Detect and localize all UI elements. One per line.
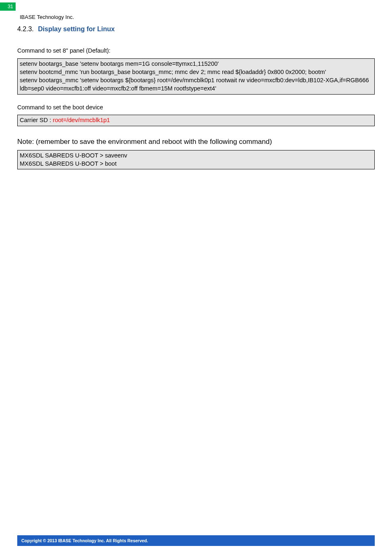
code-prefix: Carrier SD : bbox=[20, 117, 53, 123]
code-line: MX6SDL SABREDS U-BOOT > saveenv bbox=[20, 151, 372, 160]
code-line: setenv bootargs_mmc 'setenv bootargs ${b… bbox=[20, 76, 372, 93]
code-red: root=/dev/mmcblk1p1 bbox=[53, 117, 110, 123]
page-number: 31 bbox=[8, 4, 13, 9]
note-heading: Note: (remember to save the environment … bbox=[17, 138, 375, 146]
code-line: setenv bootargs_base 'setenv bootargs me… bbox=[20, 60, 372, 68]
codebox-save-boot: MX6SDL SABREDS U-BOOT > saveenv MX6SDL S… bbox=[17, 150, 375, 170]
section-title: Display setting for Linux bbox=[38, 25, 115, 32]
paragraph-panel-default: Command to set 8" panel (Default): bbox=[17, 47, 375, 55]
code-line: setenv bootcmd_mmc 'run bootargs_base bo… bbox=[20, 68, 372, 76]
codebox-boot-device: Carrier SD : root=/dev/mmcblk1p1 bbox=[17, 115, 375, 126]
header-company: IBASE Technology Inc. bbox=[20, 14, 74, 20]
section-number: 4.2.3. bbox=[17, 25, 34, 32]
code-line: MX6SDL SABREDS U-BOOT > boot bbox=[20, 160, 372, 168]
page-number-tab: 31 bbox=[0, 2, 16, 11]
section-heading: 4.2.3. Display setting for Linux bbox=[17, 25, 375, 33]
paragraph-boot-device: Command to set the boot device bbox=[17, 104, 375, 112]
main-content: 4.2.3. Display setting for Linux Command… bbox=[17, 25, 375, 178]
codebox-setenv-commands: setenv bootargs_base 'setenv bootargs me… bbox=[17, 58, 375, 95]
footer-copyright: Copyright © 2013 IBASE Technology Inc. A… bbox=[17, 535, 375, 546]
